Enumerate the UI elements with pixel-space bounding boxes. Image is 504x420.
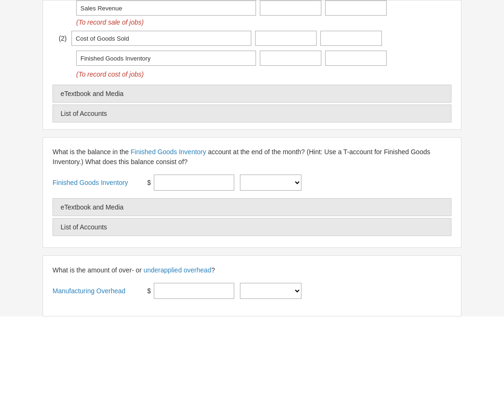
question1-text: What is the balance in the Finished Good…: [53, 147, 451, 167]
sales-revenue-row: [76, 0, 451, 16]
etextbook-button-1[interactable]: eTextbook and Media: [53, 85, 451, 103]
fgi-value-input[interactable]: [154, 175, 234, 191]
mfg-overhead-type-select[interactable]: Overapplied Underapplied: [240, 283, 301, 299]
mfg-overhead-value-input[interactable]: [154, 283, 234, 299]
sales-revenue-credit[interactable]: [325, 0, 387, 16]
question1-section: What is the balance in the Finished Good…: [43, 137, 461, 248]
fgi-field-row: Finished Goods Inventory $ Debit Credit: [53, 175, 451, 191]
cost-of-goods-sold-input[interactable]: [71, 31, 251, 46]
sales-revenue-debit[interactable]: [260, 0, 321, 16]
dollar-sign-2: $: [147, 287, 151, 295]
fgi-debit-1[interactable]: [260, 51, 321, 66]
entry-number-2: (2): [53, 35, 71, 42]
list-accounts-button-1[interactable]: List of Accounts: [53, 105, 451, 122]
fgi-credit-1[interactable]: [325, 51, 387, 66]
question2-text: What is the amount of over- or underappl…: [53, 265, 451, 275]
q1-link-fgi: Finished Goods Inventory: [131, 148, 206, 156]
button-row-2: eTextbook and Media List of Accounts: [53, 198, 451, 236]
sales-revenue-input[interactable]: [76, 0, 256, 16]
fgi-field-label: Finished Goods Inventory: [53, 179, 147, 186]
cogs-debit[interactable]: [255, 31, 317, 46]
dollar-sign-1: $: [147, 179, 151, 186]
note-record-sale: (To record sale of jobs): [76, 18, 451, 26]
button-row-1: eTextbook and Media List of Accounts: [53, 85, 451, 122]
mfg-overhead-field-row: Manufacturing Overhead $ Overapplied Und…: [53, 283, 451, 299]
etextbook-button-2[interactable]: eTextbook and Media: [53, 198, 451, 216]
finished-goods-inventory-row-1: [76, 51, 451, 66]
cost-of-goods-sold-row: (2): [53, 31, 451, 46]
finished-goods-inventory-input-1[interactable]: [76, 51, 256, 66]
question2-section: What is the amount of over- or underappl…: [43, 255, 461, 316]
cogs-credit[interactable]: [320, 31, 382, 46]
q2-link-underapplied: underapplied overhead: [143, 266, 211, 274]
q2-text-after: ?: [211, 266, 215, 274]
list-accounts-button-2[interactable]: List of Accounts: [53, 218, 451, 236]
mfg-overhead-label: Manufacturing Overhead: [53, 287, 147, 295]
top-partial-section: (To record sale of jobs) (2) (To record …: [43, 0, 461, 130]
q1-text-before: What is the balance in the: [53, 148, 131, 156]
fgi-debit-credit-select[interactable]: Debit Credit: [240, 175, 301, 191]
note-record-cost: (To record cost of jobs): [76, 70, 451, 78]
q2-text-before: What is the amount of over- or: [53, 266, 143, 274]
